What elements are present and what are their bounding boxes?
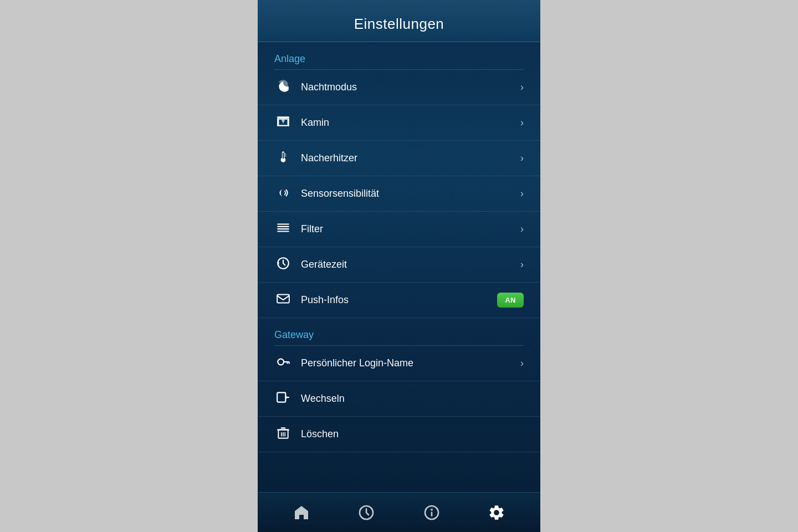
nachtmodus-chevron: › <box>520 81 524 93</box>
switch-icon <box>274 390 292 407</box>
nav-item-settings[interactable] <box>488 504 505 521</box>
svg-point-32 <box>431 509 432 510</box>
svg-rect-9 <box>284 156 286 156</box>
nav-item-history[interactable] <box>357 504 375 521</box>
key-icon <box>274 355 292 372</box>
clock-icon <box>274 256 292 273</box>
loeschen-label: Löschen <box>301 428 524 440</box>
wechseln-label: Wechseln <box>301 393 524 405</box>
login-name-label: Persönlicher Login-Name <box>301 357 520 369</box>
filter-icon <box>274 221 292 238</box>
content-area: Anlage Nachtmodus › <box>258 42 540 492</box>
svg-rect-8 <box>284 154 286 155</box>
svg-rect-13 <box>277 231 289 232</box>
nav-item-info[interactable] <box>423 504 441 521</box>
section-gateway: Gateway Persönlicher Login-Name › <box>258 318 540 452</box>
svg-rect-12 <box>277 228 289 229</box>
home-icon <box>293 504 310 521</box>
login-name-chevron: › <box>520 357 524 369</box>
menu-item-nacherhitzer[interactable]: Nacherhitzer › <box>258 141 540 176</box>
svg-rect-0 <box>277 116 289 118</box>
nacherhitzer-chevron: › <box>520 152 524 164</box>
push-infos-toggle[interactable]: AN <box>497 293 524 308</box>
menu-item-wechseln[interactable]: Wechseln <box>258 381 540 417</box>
filter-chevron: › <box>520 223 524 235</box>
info-icon <box>423 504 441 521</box>
svg-rect-21 <box>277 392 285 402</box>
sensorsensibilitaet-chevron: › <box>520 188 524 200</box>
svg-point-17 <box>278 359 284 365</box>
menu-item-sensorsensibilitaet[interactable]: Sensorsensibilität › <box>258 176 540 212</box>
history-icon <box>357 504 375 521</box>
geraetezeit-chevron: › <box>520 259 524 270</box>
sensorsensibilitaet-label: Sensorsensibilität <box>301 188 520 200</box>
thermometer-icon <box>274 150 292 167</box>
push-infos-label: Push-Infos <box>301 294 497 306</box>
nacherhitzer-label: Nacherhitzer <box>301 152 520 164</box>
bottom-nav <box>258 492 540 532</box>
svg-rect-11 <box>277 226 289 227</box>
section-header-gateway: Gateway <box>258 318 540 345</box>
menu-item-loeschen[interactable]: Löschen <box>258 417 540 452</box>
filter-label: Filter <box>301 223 520 235</box>
header: Einstellungen <box>258 0 540 42</box>
nav-item-home[interactable] <box>293 504 310 521</box>
svg-rect-3 <box>277 125 289 126</box>
svg-rect-15 <box>278 262 279 264</box>
menu-item-push-infos[interactable]: Push-Infos AN <box>258 283 540 318</box>
svg-rect-4 <box>279 119 287 120</box>
section-anlage: Anlage Nachtmodus › <box>258 42 540 318</box>
menu-item-nachtmodus[interactable]: Nachtmodus › <box>258 70 540 105</box>
svg-rect-7 <box>283 152 284 158</box>
section-header-anlage: Anlage <box>258 42 540 69</box>
kamin-label: Kamin <box>301 117 520 129</box>
menu-item-login-name[interactable]: Persönlicher Login-Name › <box>258 346 540 381</box>
settings-icon <box>488 504 505 521</box>
phone-container: Einstellungen Anlage Nachtmodus › <box>258 0 540 532</box>
menu-item-geraetezeit[interactable]: Gerätezeit › <box>258 247 540 283</box>
fireplace-icon <box>274 114 292 131</box>
page-title: Einstellungen <box>269 16 529 33</box>
night-mode-icon <box>274 79 292 96</box>
svg-rect-10 <box>277 223 289 224</box>
menu-item-kamin[interactable]: Kamin › <box>258 105 540 141</box>
trash-icon <box>274 426 292 443</box>
nachtmodus-label: Nachtmodus <box>301 81 520 93</box>
menu-item-filter[interactable]: Filter › <box>258 212 540 247</box>
geraetezeit-label: Gerätezeit <box>301 259 520 270</box>
mail-icon <box>274 291 292 309</box>
kamin-chevron: › <box>520 117 524 129</box>
svg-rect-16 <box>277 294 289 303</box>
sensor-icon <box>274 185 292 202</box>
